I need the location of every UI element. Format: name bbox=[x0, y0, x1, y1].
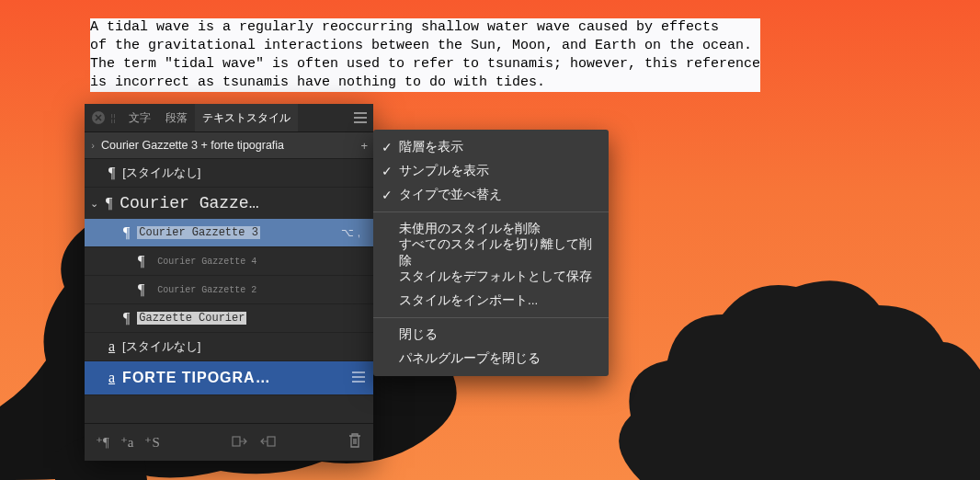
style-label: Courier Gazzette 2 bbox=[157, 285, 256, 295]
panel-spacer bbox=[85, 395, 373, 423]
close-panel-button[interactable] bbox=[92, 111, 105, 124]
menu-close-panel-group[interactable]: パネルグループを閉じる bbox=[373, 347, 609, 371]
style-label: FORTE TIPOGRA… bbox=[122, 370, 271, 386]
menu-label: 閉じる bbox=[399, 326, 438, 343]
style-label: [スタイルなし] bbox=[122, 338, 200, 355]
style-row-gazzette-courier[interactable]: ¶ Gazzette Courier bbox=[85, 304, 373, 333]
menu-close[interactable]: 閉じる bbox=[373, 323, 609, 347]
style-label: [スタイルなし] bbox=[122, 165, 200, 181]
style-row-courier-gazzette-3[interactable]: ¶ Courier Gazzette 3 ⌥, bbox=[85, 219, 373, 247]
tab-character[interactable]: 文字 bbox=[121, 104, 158, 131]
menu-label: タイプで並べ替え bbox=[399, 187, 502, 203]
check-icon: ✓ bbox=[382, 188, 393, 202]
style-label: Courier Gazzette 4 bbox=[157, 257, 256, 267]
delete-style-button[interactable] bbox=[342, 432, 368, 452]
chevron-down-icon: ⌄ bbox=[90, 198, 98, 210]
menu-save-default[interactable]: スタイルをデフォルトとして保存 bbox=[373, 265, 609, 289]
panel-footer: ⁺¶ ⁺a ⁺S bbox=[85, 423, 373, 461]
style-label: Gazzette Courier bbox=[137, 312, 246, 325]
tab-paragraph[interactable]: 段落 bbox=[158, 104, 195, 131]
style-row-courier-gazzette-2[interactable]: ¶ Courier Gazzette 2 bbox=[85, 276, 373, 304]
chevron-right-icon: › bbox=[85, 140, 101, 151]
panel-header: ¦¦ 文字 段落 テキストスタイル bbox=[85, 104, 373, 132]
paragraph-icon: ¶ bbox=[138, 253, 144, 269]
paragraph-icon: ¶ bbox=[108, 165, 115, 181]
applied-style-breadcrumb[interactable]: › Courier Gazzette 3 + forte tipografia … bbox=[85, 132, 373, 159]
doc-line: is incorrect as tsunamis have nothing to… bbox=[90, 74, 545, 90]
menu-import-styles[interactable]: スタイルをインポート... bbox=[373, 289, 609, 313]
group-label: Courier Gazze… bbox=[120, 194, 258, 212]
menu-separator bbox=[373, 211, 609, 212]
menu-label: 階層を表示 bbox=[399, 139, 463, 155]
menu-sort-by-type[interactable]: ✓ タイプで並べ替え bbox=[373, 183, 609, 207]
style-group-courier-gazzette[interactable]: ⌄ ¶ Courier Gazze… bbox=[85, 188, 373, 219]
svg-rect-1 bbox=[268, 437, 275, 446]
menu-label: サンプルを表示 bbox=[399, 163, 489, 179]
menu-label: スタイルをデフォルトとして保存 bbox=[399, 269, 592, 285]
panel-flyout-menu: ✓ 階層を表示 ✓ サンプルを表示 ✓ タイプで並べ替え 未使用のスタイルを削除… bbox=[373, 130, 609, 376]
tree-silhouette-right bbox=[594, 204, 980, 480]
character-style-icon: a bbox=[108, 370, 115, 386]
character-style-icon: a bbox=[108, 338, 115, 355]
menu-label: 未使用のスタイルを削除 bbox=[399, 221, 541, 237]
menu-separator bbox=[373, 317, 609, 318]
tab-text-styles[interactable]: テキストスタイル bbox=[195, 104, 298, 131]
paragraph-icon: ¶ bbox=[123, 310, 130, 326]
paragraph-icon: ¶ bbox=[138, 281, 144, 298]
new-character-style-button[interactable]: ⁺a bbox=[115, 434, 140, 451]
doc-line: of the gravitational interactions betwee… bbox=[90, 38, 752, 53]
menu-show-hierarchy[interactable]: ✓ 階層を表示 bbox=[373, 135, 609, 159]
panel-menu-button[interactable] bbox=[353, 111, 368, 124]
paragraph-icon: ¶ bbox=[106, 195, 112, 211]
menu-detach-delete-all[interactable]: すべてのスタイルを切り離して削除 bbox=[373, 241, 609, 265]
redefine-style-button[interactable] bbox=[254, 433, 281, 451]
doc-line: The term "tidal wave" is often used to r… bbox=[90, 56, 760, 72]
style-options-icon[interactable] bbox=[351, 371, 366, 385]
style-row-no-style-para[interactable]: ¶ [スタイルなし] bbox=[85, 159, 373, 188]
check-icon: ✓ bbox=[382, 140, 393, 154]
style-row-courier-gazzette-4[interactable]: ¶ Courier Gazzette 4 bbox=[85, 247, 373, 276]
style-label: Courier Gazzette 3 bbox=[137, 226, 260, 239]
update-style-button[interactable] bbox=[226, 433, 254, 451]
doc-line: A tidal wave is a regularly reoccurring … bbox=[90, 19, 719, 35]
menu-show-sample[interactable]: ✓ サンプルを表示 bbox=[373, 159, 609, 183]
style-shortcut-label: ⌥, bbox=[341, 226, 364, 239]
new-paragraph-style-button[interactable]: ⁺¶ bbox=[90, 434, 115, 451]
menu-label: スタイルをインポート... bbox=[399, 292, 538, 309]
breadcrumb-label: Courier Gazzette 3 + forte tipografia bbox=[101, 139, 355, 152]
overrides-plus-icon: + bbox=[355, 139, 373, 153]
svg-rect-0 bbox=[233, 437, 240, 446]
style-row-no-style-char[interactable]: a [スタイルなし] bbox=[85, 333, 373, 361]
new-group-style-button[interactable]: ⁺S bbox=[139, 434, 165, 451]
panel-grip-icon[interactable]: ¦¦ bbox=[108, 112, 118, 123]
style-row-forte-tipografia[interactable]: a FORTE TIPOGRA… bbox=[85, 361, 373, 395]
text-styles-panel: ¦¦ 文字 段落 テキストスタイル › Courier Gazzette 3 +… bbox=[85, 104, 373, 461]
check-icon: ✓ bbox=[382, 164, 393, 178]
paragraph-icon: ¶ bbox=[123, 224, 130, 241]
menu-label: パネルグループを閉じる bbox=[399, 350, 541, 367]
document-body-text[interactable]: A tidal wave is a regularly reoccurring … bbox=[90, 18, 760, 92]
